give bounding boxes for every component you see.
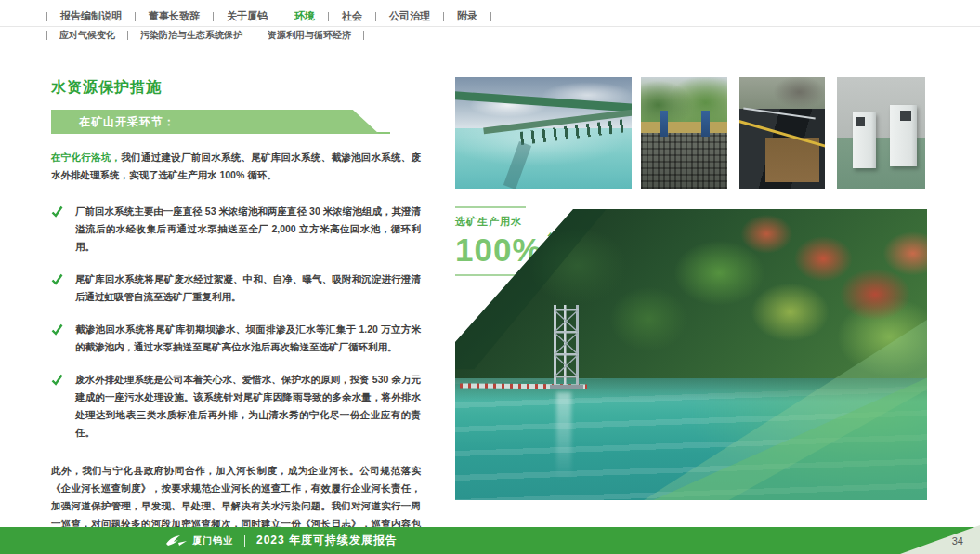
stat-label: 选矿生产用水 xyxy=(455,215,565,229)
page-number: 34 xyxy=(952,535,963,547)
nav-item-report-notes[interactable]: 报告编制说明 xyxy=(47,9,135,23)
hills xyxy=(641,77,727,124)
photo-treatment-equipment-room xyxy=(837,77,925,189)
nav-item-pollution-ecosystem[interactable]: 污染防治与生态系统保护 xyxy=(128,29,255,42)
secondary-nav: 应对气候变化 污染防治与生态系统保护 资源利用与循环经济 xyxy=(46,29,364,42)
basin-water xyxy=(765,138,820,182)
grating-deck xyxy=(641,133,727,189)
checkmark-icon xyxy=(51,270,75,306)
stat-top-rule xyxy=(455,206,526,208)
nav-item-chairman-message[interactable]: 董事长致辞 xyxy=(136,9,213,23)
cabinet-screen xyxy=(900,111,910,121)
bullet-text: 废水外排处理系统是公司本着关心水、爱惜水、保护水的原则，投资 530 余万元建成… xyxy=(75,371,421,442)
nav-item-environment[interactable]: 环境 xyxy=(281,9,328,23)
bullet-text: 截渗池回水系统将尾矿库初期坝渗水、坝面排渗及汇水等汇集于 1.20 万立方米的截… xyxy=(75,321,421,356)
section-tab-wrap: 在矿山开采环节： xyxy=(51,110,421,134)
section-tab: 在矿山开采环节： xyxy=(51,110,379,134)
photo-thickener-pond-pipeline-bridge xyxy=(455,77,632,189)
report-page: 报告编制说明 董事长致辞 关于厦钨 环境 社会 公司治理 附录 应对气候变化 污… xyxy=(0,0,980,554)
nav-item-about[interactable]: 关于厦钨 xyxy=(214,9,281,23)
main-text-column: 水资源保护措施 在矿山开采环节： 在宁化行洛坑，我们通过建设厂前回水系统、尾矿库… xyxy=(51,78,421,554)
report-title: 2023 年度可持续发展报告 xyxy=(256,533,398,548)
nav-item-climate-change[interactable]: 应对气候变化 xyxy=(47,29,127,42)
photo-pump-platform-grating xyxy=(641,77,727,189)
retaining-wall xyxy=(641,122,727,133)
nav-separator xyxy=(490,12,491,21)
page-title: 水资源保护措施 xyxy=(51,78,421,98)
list-item: 截渗池回水系统将尾矿库初期坝渗水、坝面排渗及汇水等汇集于 1.20 万立方米的截… xyxy=(51,321,421,356)
company-name: 厦门钨业 xyxy=(192,534,233,547)
footer-separator xyxy=(244,535,245,547)
logo-swoosh-icon xyxy=(165,534,188,547)
primary-nav: 报告编制说明 董事长致辞 关于厦钨 环境 社会 公司治理 附录 xyxy=(46,9,491,23)
list-item: 尾矿库回水系统将尾矿废水经过絮凝、中和、自净、曝气、吸附和沉淀进行澄清后通过虹吸… xyxy=(51,270,421,306)
nav-item-society[interactable]: 社会 xyxy=(329,9,375,23)
bullet-text: 尾矿库回水系统将尾矿废水经过絮凝、中和、自净、曝气、吸附和沉淀进行澄清后通过虹吸… xyxy=(75,270,421,306)
checkmark-icon xyxy=(51,203,75,256)
nav-item-governance[interactable]: 公司治理 xyxy=(376,9,443,23)
footer-bar: 厦门钨业 2023 年度可持续发展报告 xyxy=(0,527,980,554)
checkmark-icon xyxy=(51,371,75,442)
bullet-text: 厂前回水系统主要由一座直径 53 米浓缩池和两座直径 30 米浓缩池组成，其澄清… xyxy=(75,203,421,256)
photo-thumbnail-row xyxy=(455,77,925,189)
intake-tower xyxy=(550,305,583,393)
checkmark-icon xyxy=(51,321,75,356)
nav-divider-line xyxy=(0,26,980,27)
nav-item-resource-circular[interactable]: 资源利用与循环经济 xyxy=(255,29,363,42)
bullet-list: 厂前回水系统主要由一座直径 53 米浓缩池和两座直径 30 米浓缩池组成，其澄清… xyxy=(51,203,421,442)
tower-reflection xyxy=(556,392,571,481)
pump-unit xyxy=(660,111,668,137)
intro-paragraph: 在宁化行洛坑，我们通过建设厂前回水系统、尾矿库回水系统、截渗池回水系统、废水外排… xyxy=(51,149,421,184)
nav-item-appendix[interactable]: 附录 xyxy=(444,9,490,23)
hills xyxy=(739,77,825,111)
photo-lined-water-basin xyxy=(739,77,825,189)
list-item: 厂前回水系统主要由一座直径 53 米浓缩池和两座直径 30 米浓缩池组成，其澄清… xyxy=(51,203,421,256)
pump-unit xyxy=(701,111,710,137)
company-logo: 厦门钨业 xyxy=(165,534,233,547)
list-item: 废水外排处理系统是公司本着关心水、爱惜水、保护水的原则，投资 530 余万元建成… xyxy=(51,371,421,442)
nav-separator xyxy=(363,31,364,40)
section-tab-label: 在矿山开采环节： xyxy=(79,114,176,130)
cabinet-screen xyxy=(856,117,866,126)
intro-highlight: 在宁化行洛坑， xyxy=(51,152,121,163)
